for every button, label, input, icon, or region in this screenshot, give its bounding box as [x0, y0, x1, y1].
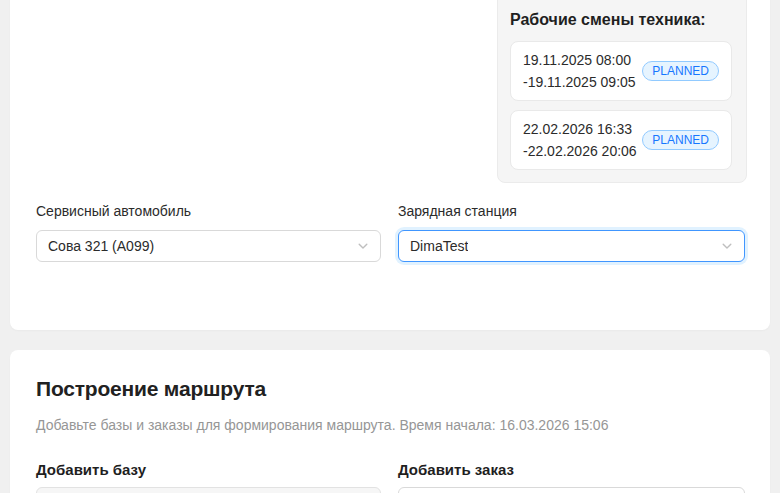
shift-start-datetime: 22.02.2026 16:33 [523, 118, 637, 140]
station-field-label: Зарядная станция [398, 203, 517, 219]
shift-dates: 22.02.2026 16:33 -22.02.2026 20:06 [523, 118, 637, 162]
chevron-down-icon [721, 240, 733, 252]
add-base-select[interactable] [36, 487, 381, 493]
add-order-label: Добавить заказ [398, 461, 514, 478]
status-badge: PLANNED [642, 61, 719, 81]
shift-card: 19.11.2025 08:00 -19.11.2025 09:05 PLANN… [510, 41, 732, 101]
shift-end-datetime: -22.02.2026 20:06 [523, 140, 637, 162]
route-builder-subtitle: Добавьте базы и заказы для формирования … [36, 417, 608, 433]
shift-start-datetime: 19.11.2025 08:00 [523, 49, 636, 71]
shift-card: 22.02.2026 16:33 -22.02.2026 20:06 PLANN… [510, 110, 732, 170]
route-builder-title: Построение маршрута [36, 377, 266, 401]
chevron-down-icon [357, 240, 369, 252]
vehicle-select[interactable]: Сова 321 (А099) [36, 230, 381, 262]
add-base-label: Добавить базу [36, 461, 146, 478]
vehicle-select-value: Сова 321 (А099) [48, 238, 154, 254]
station-select[interactable]: DimaTest [398, 230, 745, 262]
station-select-value: DimaTest [410, 238, 468, 254]
status-badge: PLANNED [642, 130, 719, 150]
vehicle-field-label: Сервисный автомобиль [36, 203, 191, 219]
vehicle-form-card: Рабочие смены техника: 19.11.2025 08:00 … [10, 0, 770, 330]
shifts-panel-title: Рабочие смены техника: [510, 11, 706, 29]
page: Рабочие смены техника: 19.11.2025 08:00 … [0, 0, 780, 493]
shift-dates: 19.11.2025 08:00 -19.11.2025 09:05 [523, 49, 636, 93]
shift-end-datetime: -19.11.2025 09:05 [523, 71, 636, 93]
technician-shifts-panel: Рабочие смены техника: 19.11.2025 08:00 … [497, 0, 747, 183]
add-order-select[interactable] [398, 487, 745, 493]
route-builder-card: Построение маршрута Добавьте базы и зака… [10, 350, 770, 493]
